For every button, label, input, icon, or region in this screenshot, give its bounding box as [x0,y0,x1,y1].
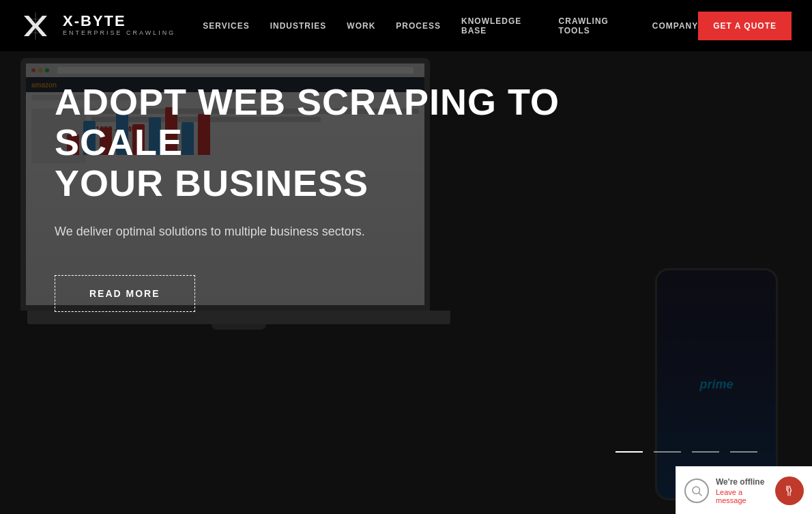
logo-text: X-BYTE ENTERPRISE CRAWLING [63,14,175,38]
nav-links: SERVICES INDUSTRIES WORK PROCESS KNOWLED… [203,16,698,35]
read-more-button[interactable]: READ MORE [55,275,195,312]
chat-status: We're offline [716,477,768,487]
nav-knowledge-base[interactable]: KNOWLEDGE BASE [461,16,538,35]
logo-icon [20,9,55,43]
slider-dot-3[interactable] [692,451,719,453]
nav-company[interactable]: COMPANY [652,21,698,31]
nav-crawling-tools[interactable]: CRAWLING TOOLS [559,16,632,35]
slider-dot-2[interactable] [654,451,681,453]
slider-dots [615,451,757,453]
svg-point-5 [693,487,700,494]
chat-avatar-icon [781,483,798,499]
chat-search-icon [684,479,709,503]
navbar: X-BYTE ENTERPRISE CRAWLING SERVICES INDU… [0,0,812,51]
hero-title-line1: ADOPT WEB SCRAPING TO SCALE [55,81,560,162]
chat-avatar [775,476,804,505]
logo[interactable]: X-BYTE ENTERPRISE CRAWLING [20,9,175,43]
chat-action: Leave a message [716,488,768,504]
logo-name: X-BYTE [63,14,175,29]
logo-sub: ENTERPRISE CRAWLING [63,29,175,38]
svg-point-7 [782,483,797,498]
get-quote-button[interactable]: GET A QUOTE [698,12,792,40]
hero-content: ADOPT WEB SCRAPING TO SCALE YOUR BUSINES… [55,82,669,312]
hero-subtitle: We deliver optimal solutions to multiple… [55,223,669,241]
nav-process[interactable]: PROCESS [396,21,441,31]
hero-section: amazon [0,0,812,514]
slider-dot-4[interactable] [730,451,757,453]
svg-line-6 [699,493,701,496]
chat-widget[interactable]: We're offline Leave a message [676,466,812,514]
nav-industries[interactable]: INDUSTRIES [270,21,327,31]
hero-title: ADOPT WEB SCRAPING TO SCALE YOUR BUSINES… [55,82,669,203]
slider-dot-1[interactable] [615,451,643,453]
nav-services[interactable]: SERVICES [203,21,249,31]
hero-title-line2: YOUR BUSINESS [55,162,368,203]
chat-text: We're offline Leave a message [716,477,768,504]
nav-work[interactable]: WORK [347,21,375,31]
